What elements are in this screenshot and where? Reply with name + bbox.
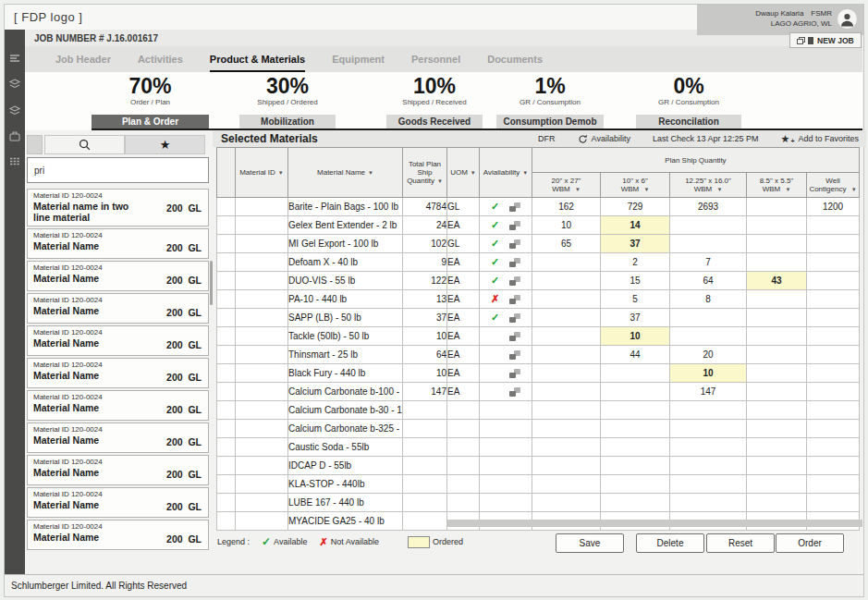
ship-qty-cell[interactable] — [601, 401, 670, 420]
tab-personnel[interactable]: Personnel — [411, 54, 460, 72]
stage-pill-goods-received[interactable]: Goods Received — [386, 115, 483, 129]
ship-qty-cell[interactable] — [747, 253, 807, 272]
tab-material-favorites[interactable]: ★ — [125, 135, 205, 154]
ship-qty-cell[interactable] — [601, 457, 670, 475]
save-button[interactable]: Save — [556, 533, 624, 553]
avatar[interactable] — [837, 9, 857, 29]
ship-qty-cell[interactable]: 10 — [670, 364, 747, 383]
ship-qty-cell[interactable] — [601, 364, 670, 383]
column-header-20-x-27-wbm[interactable]: 20" x 27"WBM ▼ — [532, 173, 601, 198]
row-select-cell[interactable] — [217, 438, 236, 457]
sidebar-scrollbar-thumb[interactable] — [210, 261, 213, 305]
ship-qty-cell[interactable]: 10 — [601, 327, 670, 346]
column-header-10-x-6-wbm[interactable]: 10" x 6"WBM ▼ — [601, 173, 670, 198]
ship-qty-cell[interactable]: 729 — [601, 198, 670, 216]
ship-qty-cell[interactable] — [747, 438, 807, 457]
comment-icon[interactable] — [509, 276, 520, 286]
ship-qty-cell[interactable] — [807, 364, 860, 383]
ship-qty-cell[interactable] — [601, 420, 670, 438]
ship-qty-cell[interactable] — [532, 401, 601, 420]
ship-qty-cell[interactable] — [747, 364, 807, 383]
material-list-item[interactable]: Material ID 120-0024 Material Name 200 G… — [27, 390, 209, 421]
material-list-item[interactable]: Material ID 120-0024 Material Name 200 G… — [27, 520, 209, 550]
column-header-12-25-x-16-0-wbm[interactable]: 12.25" x 16.0"WBM ▼ — [670, 173, 747, 198]
column-header-uom[interactable]: UOM▼ — [447, 148, 480, 198]
briefcase-icon[interactable] — [8, 129, 21, 142]
ship-qty-cell[interactable] — [807, 272, 860, 290]
row-select-cell[interactable] — [217, 290, 236, 309]
material-list-item[interactable]: Material ID 120-0024 Material name in tw… — [27, 189, 209, 227]
ship-qty-cell[interactable] — [670, 475, 747, 494]
ship-qty-cell[interactable] — [807, 457, 860, 475]
reset-button[interactable]: Reset — [706, 533, 775, 553]
ship-qty-cell[interactable] — [601, 494, 670, 512]
ship-qty-cell[interactable] — [532, 253, 601, 272]
ship-qty-cell[interactable]: 64 — [670, 272, 747, 290]
comment-icon[interactable] — [509, 369, 520, 378]
ship-qty-cell[interactable] — [532, 290, 601, 309]
comment-icon[interactable] — [509, 332, 520, 341]
material-search-input[interactable] — [27, 157, 209, 183]
order-button[interactable]: Order — [776, 533, 844, 553]
ship-qty-cell[interactable]: 8 — [670, 290, 747, 309]
tab-documents[interactable]: Documents — [487, 54, 543, 72]
ship-qty-cell[interactable] — [747, 216, 807, 235]
ship-qty-cell[interactable]: 7 — [670, 253, 747, 272]
ship-qty-cell[interactable] — [807, 383, 860, 401]
ship-qty-cell[interactable] — [532, 438, 601, 457]
ship-qty-cell[interactable]: 15 — [601, 272, 670, 290]
material-list-item[interactable]: Material ID 120-0024 Material Name 200 G… — [27, 228, 209, 259]
tab-activities[interactable]: Activities — [138, 54, 183, 72]
material-list-item[interactable]: Material ID 120-0024 Material Name 200 G… — [27, 455, 209, 485]
comment-icon[interactable] — [509, 239, 520, 249]
ship-qty-cell[interactable] — [807, 216, 860, 235]
layers-icon[interactable] — [8, 78, 21, 91]
add-to-favorites-button[interactable]: ★+ Add to Favorites — [781, 133, 860, 144]
ship-qty-cell[interactable] — [807, 327, 860, 346]
row-select-cell[interactable] — [217, 494, 236, 512]
tags-icon[interactable] — [8, 104, 21, 116]
material-list-item[interactable]: Material ID 120-0024 Material Name 200 G… — [27, 487, 209, 518]
ship-qty-cell[interactable] — [670, 438, 747, 457]
ship-qty-cell[interactable] — [747, 327, 807, 346]
ship-qty-cell[interactable]: 2693 — [670, 198, 747, 216]
ship-qty-cell[interactable]: 37 — [601, 235, 670, 253]
new-job-button[interactable]: NEW JOB — [789, 32, 862, 48]
material-list-item[interactable]: Material ID 120-0024 Material Name 200 G… — [27, 293, 209, 324]
ship-qty-cell[interactable] — [747, 383, 807, 401]
ship-qty-cell[interactable] — [670, 494, 747, 512]
ship-qty-cell[interactable]: 1200 — [807, 198, 860, 216]
ship-qty-cell[interactable] — [532, 346, 601, 364]
ship-qty-cell[interactable]: 5 — [601, 290, 670, 309]
ship-qty-cell[interactable]: 43 — [747, 272, 807, 290]
ship-qty-cell[interactable] — [670, 309, 747, 327]
delete-button[interactable]: Delete — [636, 533, 704, 553]
row-select-cell[interactable] — [217, 327, 236, 346]
ship-qty-cell[interactable] — [532, 309, 601, 327]
ship-qty-cell[interactable] — [532, 457, 601, 475]
comment-icon[interactable] — [509, 313, 520, 323]
row-select-cell[interactable] — [217, 420, 236, 438]
ship-qty-cell[interactable] — [747, 235, 807, 253]
row-select-cell[interactable] — [217, 457, 236, 475]
ship-qty-cell[interactable] — [747, 309, 807, 327]
ship-qty-cell[interactable] — [670, 327, 747, 346]
row-select-cell[interactable] — [217, 253, 236, 272]
comment-icon[interactable] — [509, 295, 520, 304]
ship-qty-cell[interactable]: 162 — [532, 198, 601, 216]
row-select-cell[interactable] — [217, 512, 236, 531]
ship-qty-cell[interactable] — [807, 235, 860, 253]
ship-qty-cell[interactable] — [807, 438, 860, 457]
ship-qty-cell[interactable] — [747, 494, 807, 512]
stage-pill-mobilization[interactable]: Mobilization — [239, 115, 336, 129]
ship-qty-cell[interactable]: 44 — [601, 346, 670, 364]
ship-qty-cell[interactable] — [807, 494, 860, 512]
collapse-sidebar-button[interactable] — [27, 135, 43, 154]
column-header-material-id[interactable]: Material ID▼ — [236, 148, 288, 198]
ship-qty-cell[interactable] — [532, 475, 601, 494]
ship-qty-cell[interactable] — [601, 383, 670, 401]
ship-qty-cell[interactable] — [807, 290, 860, 309]
column-header-well-contigency[interactable]: WellContigency ▼ — [807, 173, 860, 198]
material-list-item[interactable]: Material ID 120-0024 Material Name 200 G… — [27, 261, 209, 291]
column-header-8-5-x-5-5-wbm[interactable]: 8.5" x 5.5"WBM ▼ — [747, 173, 807, 198]
